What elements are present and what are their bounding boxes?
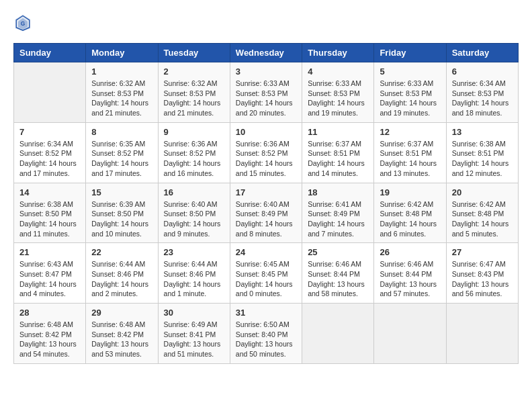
day-info: Sunrise: 6:44 AM Sunset: 8:46 PM Dayligh…: [164, 259, 224, 299]
day-number: 3: [236, 66, 296, 77]
header-row: SundayMondayTuesdayWednesdayThursdayFrid…: [14, 44, 519, 62]
header-cell-wednesday: Wednesday: [230, 44, 302, 62]
day-cell: 8Sunrise: 6:35 AM Sunset: 8:52 PM Daylig…: [86, 122, 158, 183]
day-cell: 23Sunrise: 6:44 AM Sunset: 8:46 PM Dayli…: [158, 243, 230, 304]
day-number: 17: [236, 187, 296, 197]
day-number: 21: [19, 247, 80, 257]
day-info: Sunrise: 6:42 AM Sunset: 8:48 PM Dayligh…: [452, 199, 513, 239]
day-cell: 31Sunrise: 6:50 AM Sunset: 8:40 PM Dayli…: [230, 304, 302, 364]
day-info: Sunrise: 6:38 AM Sunset: 8:50 PM Dayligh…: [19, 199, 80, 239]
day-cell: 11Sunrise: 6:37 AM Sunset: 8:51 PM Dayli…: [302, 122, 374, 183]
day-cell: 19Sunrise: 6:42 AM Sunset: 8:48 PM Dayli…: [374, 183, 446, 243]
day-number: 14: [19, 187, 80, 197]
day-cell: 17Sunrise: 6:40 AM Sunset: 8:49 PM Dayli…: [230, 183, 302, 243]
logo: G: [13, 13, 35, 32]
day-cell: [302, 304, 374, 364]
day-info: Sunrise: 6:33 AM Sunset: 8:53 PM Dayligh…: [308, 79, 368, 118]
day-number: 1: [91, 66, 152, 77]
day-number: 19: [380, 187, 440, 197]
header-cell-monday: Monday: [86, 44, 158, 62]
day-number: 12: [380, 127, 440, 137]
day-number: 27: [452, 247, 513, 257]
day-number: 13: [452, 127, 513, 137]
day-info: Sunrise: 6:40 AM Sunset: 8:50 PM Dayligh…: [164, 199, 224, 239]
day-info: Sunrise: 6:38 AM Sunset: 8:51 PM Dayligh…: [452, 139, 513, 179]
day-info: Sunrise: 6:37 AM Sunset: 8:51 PM Dayligh…: [308, 139, 368, 179]
day-info: Sunrise: 6:33 AM Sunset: 8:53 PM Dayligh…: [236, 79, 296, 118]
logo-icon: G: [13, 13, 32, 32]
day-info: Sunrise: 6:32 AM Sunset: 8:53 PM Dayligh…: [91, 79, 152, 118]
day-cell: 16Sunrise: 6:40 AM Sunset: 8:50 PM Dayli…: [158, 183, 230, 243]
day-info: Sunrise: 6:40 AM Sunset: 8:49 PM Dayligh…: [236, 199, 296, 239]
day-cell: 26Sunrise: 6:46 AM Sunset: 8:44 PM Dayli…: [374, 243, 446, 304]
day-info: Sunrise: 6:46 AM Sunset: 8:44 PM Dayligh…: [380, 259, 440, 299]
week-row-3: 14Sunrise: 6:38 AM Sunset: 8:50 PM Dayli…: [14, 183, 519, 243]
day-info: Sunrise: 6:43 AM Sunset: 8:47 PM Dayligh…: [19, 259, 80, 299]
day-cell: 2Sunrise: 6:32 AM Sunset: 8:53 PM Daylig…: [158, 62, 230, 123]
day-number: 26: [380, 247, 440, 257]
calendar-header: SundayMondayTuesdayWednesdayThursdayFrid…: [14, 44, 519, 62]
day-cell: 29Sunrise: 6:48 AM Sunset: 8:42 PM Dayli…: [86, 304, 158, 364]
day-number: 22: [91, 247, 152, 257]
day-number: 8: [91, 127, 152, 137]
day-cell: 9Sunrise: 6:36 AM Sunset: 8:52 PM Daylig…: [158, 122, 230, 183]
day-number: 20: [452, 187, 513, 197]
day-info: Sunrise: 6:32 AM Sunset: 8:53 PM Dayligh…: [164, 79, 224, 118]
day-number: 28: [19, 308, 80, 318]
page-header: G: [13, 13, 519, 32]
day-info: Sunrise: 6:42 AM Sunset: 8:48 PM Dayligh…: [380, 199, 440, 239]
header-cell-saturday: Saturday: [446, 44, 518, 62]
day-info: Sunrise: 6:47 AM Sunset: 8:43 PM Dayligh…: [452, 259, 513, 299]
header-cell-thursday: Thursday: [302, 44, 374, 62]
day-cell: 1Sunrise: 6:32 AM Sunset: 8:53 PM Daylig…: [86, 62, 158, 123]
day-number: 11: [308, 127, 368, 137]
week-row-4: 21Sunrise: 6:43 AM Sunset: 8:47 PM Dayli…: [14, 243, 519, 304]
day-cell: 22Sunrise: 6:44 AM Sunset: 8:46 PM Dayli…: [86, 243, 158, 304]
week-row-5: 28Sunrise: 6:48 AM Sunset: 8:42 PM Dayli…: [14, 304, 519, 364]
day-cell: 27Sunrise: 6:47 AM Sunset: 8:43 PM Dayli…: [446, 243, 518, 304]
day-cell: 15Sunrise: 6:39 AM Sunset: 8:50 PM Dayli…: [86, 183, 158, 243]
day-info: Sunrise: 6:35 AM Sunset: 8:52 PM Dayligh…: [91, 139, 152, 179]
day-cell: 5Sunrise: 6:33 AM Sunset: 8:53 PM Daylig…: [374, 62, 446, 123]
day-number: 29: [91, 308, 152, 318]
day-info: Sunrise: 6:50 AM Sunset: 8:40 PM Dayligh…: [236, 320, 296, 359]
day-number: 24: [236, 247, 296, 257]
header-cell-sunday: Sunday: [14, 44, 86, 62]
day-cell: 3Sunrise: 6:33 AM Sunset: 8:53 PM Daylig…: [230, 62, 302, 123]
day-info: Sunrise: 6:45 AM Sunset: 8:45 PM Dayligh…: [236, 259, 296, 299]
day-cell: [14, 62, 86, 123]
day-number: 25: [308, 247, 368, 257]
day-number: 7: [19, 127, 80, 137]
day-number: 23: [164, 247, 224, 257]
day-info: Sunrise: 6:34 AM Sunset: 8:52 PM Dayligh…: [19, 139, 80, 179]
day-cell: 28Sunrise: 6:48 AM Sunset: 8:42 PM Dayli…: [14, 304, 86, 364]
day-info: Sunrise: 6:39 AM Sunset: 8:50 PM Dayligh…: [91, 199, 152, 239]
header-cell-friday: Friday: [374, 44, 446, 62]
day-number: 4: [308, 66, 368, 77]
day-info: Sunrise: 6:49 AM Sunset: 8:41 PM Dayligh…: [164, 320, 224, 359]
day-cell: 25Sunrise: 6:46 AM Sunset: 8:44 PM Dayli…: [302, 243, 374, 304]
day-cell: [446, 304, 518, 364]
day-number: 31: [236, 308, 296, 318]
day-number: 10: [236, 127, 296, 137]
day-cell: 6Sunrise: 6:34 AM Sunset: 8:53 PM Daylig…: [446, 62, 518, 123]
day-cell: 18Sunrise: 6:41 AM Sunset: 8:49 PM Dayli…: [302, 183, 374, 243]
day-cell: 14Sunrise: 6:38 AM Sunset: 8:50 PM Dayli…: [14, 183, 86, 243]
day-number: 9: [164, 127, 224, 137]
day-cell: 13Sunrise: 6:38 AM Sunset: 8:51 PM Dayli…: [446, 122, 518, 183]
day-info: Sunrise: 6:41 AM Sunset: 8:49 PM Dayligh…: [308, 199, 368, 239]
calendar-table: SundayMondayTuesdayWednesdayThursdayFrid…: [13, 43, 519, 364]
week-row-1: 1Sunrise: 6:32 AM Sunset: 8:53 PM Daylig…: [14, 62, 519, 123]
week-row-2: 7Sunrise: 6:34 AM Sunset: 8:52 PM Daylig…: [14, 122, 519, 183]
day-cell: 24Sunrise: 6:45 AM Sunset: 8:45 PM Dayli…: [230, 243, 302, 304]
day-number: 18: [308, 187, 368, 197]
day-info: Sunrise: 6:33 AM Sunset: 8:53 PM Dayligh…: [380, 79, 440, 118]
day-cell: 4Sunrise: 6:33 AM Sunset: 8:53 PM Daylig…: [302, 62, 374, 123]
svg-text:G: G: [21, 20, 26, 27]
day-info: Sunrise: 6:36 AM Sunset: 8:52 PM Dayligh…: [236, 139, 296, 179]
header-cell-tuesday: Tuesday: [158, 44, 230, 62]
day-info: Sunrise: 6:48 AM Sunset: 8:42 PM Dayligh…: [91, 320, 152, 359]
day-number: 16: [164, 187, 224, 197]
calendar-body: 1Sunrise: 6:32 AM Sunset: 8:53 PM Daylig…: [14, 62, 519, 364]
day-cell: 10Sunrise: 6:36 AM Sunset: 8:52 PM Dayli…: [230, 122, 302, 183]
